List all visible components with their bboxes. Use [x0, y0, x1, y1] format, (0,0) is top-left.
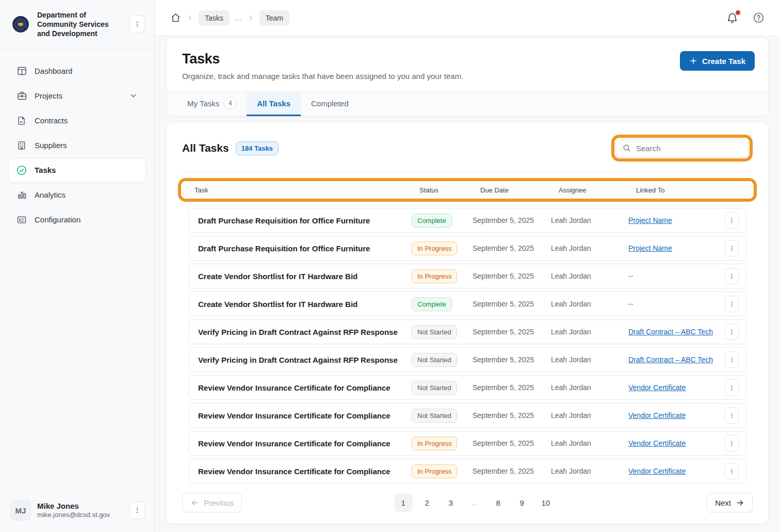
- briefcase-icon: [16, 90, 27, 102]
- status-badge: Complete: [412, 214, 452, 228]
- row-menu-button[interactable]: [724, 407, 739, 424]
- search-box[interactable]: [615, 139, 749, 157]
- linked-to-link[interactable]: Draft Contract – ABC Tech: [628, 356, 713, 364]
- kebab-icon: [134, 507, 141, 514]
- sidebar-item-contracts[interactable]: Contracts: [8, 108, 146, 133]
- linked-to-link[interactable]: Vendor Certificate: [628, 383, 686, 392]
- due-date: September 5, 2025: [473, 328, 551, 336]
- search-input[interactable]: [636, 144, 742, 153]
- linked-to-link[interactable]: Vendor Certificate: [628, 411, 686, 420]
- assignee: Leah Jordan: [551, 467, 628, 475]
- notifications-bell-icon[interactable]: [726, 12, 738, 24]
- table-row[interactable]: Draft Purchase Requisition for Office Fu…: [188, 208, 746, 233]
- sidebar-item-label: Dashboard: [35, 67, 138, 75]
- row-menu-button[interactable]: [724, 296, 739, 312]
- topbar: Tasks ... Team: [155, 0, 780, 36]
- user-name: Mike Jones: [37, 501, 123, 511]
- table-row[interactable]: Review Vendor Insurance Certificate for …: [188, 459, 746, 483]
- contract-icon: [16, 115, 27, 126]
- row-menu-button[interactable]: [724, 435, 739, 452]
- plus-icon: [689, 57, 697, 65]
- breadcrumb-ellipsis[interactable]: ...: [235, 14, 242, 22]
- chevron-right-icon: [186, 14, 193, 22]
- sidebar-item-configuration[interactable]: Configuration: [8, 207, 146, 232]
- sidebar-item-label: Analytics: [35, 190, 138, 199]
- create-task-button[interactable]: Create Task: [680, 51, 755, 71]
- arrow-right-icon: [736, 498, 744, 507]
- sidebar-item-label: Suppliers: [35, 141, 138, 150]
- user-menu-button[interactable]: [129, 502, 145, 519]
- section-title: All Tasks: [182, 142, 229, 154]
- page-button-3[interactable]: 3: [442, 493, 460, 512]
- task-count-badge: 184 Tasks: [236, 141, 279, 155]
- linked-to-link[interactable]: Project Name: [628, 244, 672, 252]
- linked-to-link[interactable]: Vendor Certificate: [628, 467, 686, 475]
- task-rows: Draft Purchase Requisition for Office Fu…: [188, 208, 746, 483]
- sidebar-item-tasks[interactable]: Tasks: [8, 158, 146, 183]
- page-header-card: Tasks Organize, track and manage tasks t…: [166, 37, 769, 117]
- row-menu-button[interactable]: [724, 379, 739, 396]
- page-title: Tasks: [182, 51, 753, 67]
- page-button-8[interactable]: 8: [489, 493, 508, 512]
- row-menu-button[interactable]: [724, 212, 739, 229]
- assignee: Leah Jordan: [551, 356, 628, 364]
- due-date: September 5, 2025: [473, 383, 551, 392]
- arrow-left-icon: [190, 498, 199, 507]
- sidebar-item-dashboard[interactable]: Dashboard: [8, 59, 146, 84]
- table-row[interactable]: Review Vendor Insurance Certificate for …: [188, 431, 746, 456]
- table-row[interactable]: Review Vendor Insurance Certificate for …: [188, 375, 746, 400]
- row-menu-button[interactable]: [724, 324, 739, 340]
- org-menu-button[interactable]: [129, 15, 145, 33]
- breadcrumb: Tasks ... Team: [170, 10, 289, 26]
- linked-to-link[interactable]: Vendor Certificate: [628, 439, 686, 447]
- main-area: Tasks ... Team Tasks: [155, 0, 780, 532]
- status-badge: In Progress: [412, 464, 457, 478]
- previous-page-button[interactable]: Previous: [182, 493, 242, 512]
- sidebar-item-projects[interactable]: Projects: [8, 84, 146, 108]
- table-row[interactable]: Verify Pricing in Draft Contract Against…: [188, 347, 746, 372]
- task-title: Create Vendor Shortlist for IT Hardware …: [198, 300, 412, 309]
- linked-to-link[interactable]: Project Name: [628, 216, 672, 224]
- next-page-button[interactable]: Next: [707, 493, 753, 512]
- linked-to-link[interactable]: Draft Contract – ABC Tech: [628, 328, 713, 336]
- task-title: Review Vendor Insurance Certificate for …: [198, 439, 412, 448]
- org-logo: [10, 14, 31, 35]
- breadcrumb-item-tasks[interactable]: Tasks: [199, 10, 230, 26]
- chevron-down-icon: [129, 91, 138, 101]
- tab-all-tasks[interactable]: All Tasks: [247, 92, 301, 116]
- assignee: Leah Jordan: [551, 439, 628, 447]
- help-icon[interactable]: [753, 12, 765, 24]
- table-row[interactable]: Create Vendor Shortlist for IT Hardware …: [188, 264, 746, 288]
- table-row[interactable]: Create Vendor Shortlist for IT Hardware …: [188, 292, 746, 316]
- task-title: Verify Pricing in Draft Contract Against…: [198, 356, 412, 364]
- tab-my-tasks[interactable]: My Tasks 4: [177, 92, 247, 116]
- kebab-icon: [728, 384, 735, 391]
- pagination-ellipsis: ...: [465, 493, 484, 512]
- tab-completed[interactable]: Completed: [301, 92, 359, 116]
- breadcrumb-item-team[interactable]: Team: [259, 10, 289, 26]
- assignee: Leah Jordan: [551, 328, 628, 336]
- table-row[interactable]: Draft Purchase Requisition for Office Fu…: [188, 236, 746, 261]
- row-menu-button[interactable]: [724, 463, 739, 479]
- task-title: Create Vendor Shortlist for IT Hardware …: [198, 272, 412, 281]
- table-row[interactable]: Review Vendor Insurance Certificate for …: [188, 403, 746, 428]
- sidebar-item-suppliers[interactable]: Suppliers: [8, 133, 146, 158]
- page-button-9[interactable]: 9: [513, 493, 531, 512]
- row-menu-button[interactable]: [724, 240, 739, 256]
- notification-dot: [736, 10, 740, 15]
- page-button-2[interactable]: 2: [418, 493, 436, 512]
- check-circle-icon: [16, 165, 27, 176]
- row-menu-button[interactable]: [724, 351, 739, 368]
- bar-chart-icon: [16, 189, 27, 201]
- page-button-10[interactable]: 10: [537, 493, 555, 512]
- row-menu-button[interactable]: [724, 268, 739, 284]
- status-badge: In Progress: [412, 437, 457, 450]
- sidebar-item-analytics[interactable]: Analytics: [8, 183, 146, 207]
- search-icon: [622, 143, 631, 153]
- column-status: Status: [419, 186, 480, 194]
- table-row[interactable]: Verify Pricing in Draft Contract Against…: [188, 319, 746, 344]
- kebab-icon: [728, 273, 735, 280]
- home-icon[interactable]: [170, 12, 181, 23]
- sidebar-item-label: Tasks: [35, 166, 138, 174]
- page-button-1[interactable]: 1: [394, 493, 413, 512]
